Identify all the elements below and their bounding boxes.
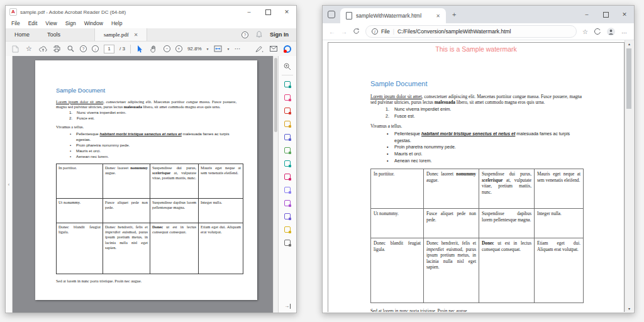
menu-file[interactable]: File bbox=[11, 20, 20, 26]
info-icon[interactable]: i bbox=[372, 28, 378, 35]
save-file-icon[interactable] bbox=[11, 44, 19, 54]
table-cell: Donec hendrerit, felis et imperdiet euis… bbox=[103, 223, 150, 274]
sign-in-button[interactable]: Sign In bbox=[270, 31, 289, 38]
page-down-icon[interactable]: ↓ bbox=[92, 45, 99, 52]
scroll-up-icon[interactable]: ▴ bbox=[625, 42, 633, 46]
adobe-services-icon[interactable] bbox=[284, 45, 291, 53]
bullet-item: •Mauris et orci. bbox=[370, 151, 582, 158]
tab-home[interactable]: Home bbox=[6, 28, 38, 41]
back-icon[interactable]: ← bbox=[329, 28, 335, 35]
table-cell: In porttitor. bbox=[371, 169, 424, 209]
browser-tab[interactable]: sampleWithWatermark.html ✕ bbox=[340, 8, 446, 23]
ordered-list-item: 1.Nunc viverra imperdiet enim. bbox=[56, 110, 236, 116]
sign-pen-icon[interactable] bbox=[255, 44, 264, 54]
help-icon[interactable]: ? bbox=[242, 31, 248, 38]
search-icon[interactable] bbox=[66, 44, 75, 54]
ordered-list-item: 2.Fusce est. bbox=[56, 116, 236, 121]
zoom-caret-icon[interactable]: ▾ bbox=[207, 47, 209, 51]
search-tools-icon[interactable] bbox=[284, 62, 292, 70]
refresh-icon[interactable] bbox=[353, 26, 360, 37]
paragraph: Vivamus a tellus. bbox=[370, 123, 582, 130]
close-button[interactable]: ✕ bbox=[615, 6, 634, 23]
share-upload-icon[interactable] bbox=[38, 44, 47, 54]
edit-pdf-icon[interactable] bbox=[284, 93, 292, 101]
document-heading: Sample Document bbox=[56, 87, 236, 95]
create-pdf-icon[interactable] bbox=[284, 106, 292, 114]
table-cell: Suspendisse dapibus lorem pellentesque m… bbox=[479, 209, 535, 238]
scrollbar-thumb[interactable] bbox=[626, 48, 631, 109]
star-favorite-icon[interactable]: ☆ bbox=[25, 44, 33, 54]
minimize-button[interactable]: – bbox=[577, 6, 596, 23]
url-field[interactable]: i File | C:/Files/Conversion/sampleWithW… bbox=[365, 25, 577, 38]
close-tab-icon[interactable]: ✕ bbox=[134, 32, 138, 38]
menu-window[interactable]: Window bbox=[84, 20, 103, 26]
table-cell: Fusce aliquet pede non pede. bbox=[424, 209, 479, 238]
export-pdf-icon[interactable] bbox=[284, 80, 292, 88]
fit-caret-icon[interactable]: ▾ bbox=[228, 47, 230, 51]
certificates-icon[interactable] bbox=[284, 212, 292, 220]
table-cell: Donec blandit feugiat ligula. bbox=[371, 238, 424, 303]
ordered-list-item: 1.Nunc viverra imperdiet enim. bbox=[370, 106, 582, 113]
zoom-level-select[interactable]: 92.8% bbox=[187, 46, 202, 52]
more-tools-ellipsis-icon[interactable]: ⋯ bbox=[235, 45, 241, 52]
acrobat-toolbar: ☆ ? ↓ 1 / 3 − + 92.8% ▾ ▾ ⋯ bbox=[6, 42, 296, 57]
send-email-icon[interactable] bbox=[269, 44, 278, 54]
adobe-acrobat-icon: A bbox=[9, 8, 17, 16]
table-row: In porttitor. Donec laoreet nonummy augu… bbox=[57, 164, 243, 198]
tab-tools[interactable]: Tools bbox=[38, 28, 69, 41]
pdf-viewport: ‹ Sample Document Lorem ipsum dolor sit … bbox=[6, 56, 296, 313]
scroll-down-icon[interactable]: ▾ bbox=[625, 306, 633, 311]
edge-address-bar: ← → i File | C:/Files/Conversion/sampleW… bbox=[323, 23, 634, 40]
print-icon[interactable] bbox=[52, 44, 61, 54]
menu-help[interactable]: Help bbox=[111, 20, 122, 26]
new-tab-button[interactable]: + bbox=[452, 11, 456, 18]
menu-sign[interactable]: Sign bbox=[65, 20, 76, 26]
collections-icon[interactable] bbox=[594, 28, 601, 35]
maximize-button[interactable] bbox=[258, 6, 277, 18]
navigation-pane-collapse[interactable]: ‹ bbox=[6, 56, 13, 313]
notifications-bell-icon[interactable] bbox=[256, 31, 262, 39]
stamp-icon[interactable] bbox=[284, 199, 292, 207]
bullet-item: •Pellentesque habitant morbi tristique s… bbox=[370, 131, 582, 144]
menu-edit[interactable]: Edit bbox=[28, 20, 38, 26]
table-cell: Suspendisse dui purus, scelerisque at, v… bbox=[150, 164, 199, 198]
settings-menu-icon[interactable]: … bbox=[621, 28, 628, 35]
scheme-label: File bbox=[381, 28, 390, 35]
zoom-out-icon[interactable]: − bbox=[164, 45, 170, 52]
table-cell: Donec ut est in lectus consequat consequ… bbox=[479, 238, 535, 303]
select-tool-icon[interactable] bbox=[136, 44, 145, 54]
favorites-icon[interactable]: ☆ bbox=[582, 28, 588, 35]
document-heading: Sample Document bbox=[370, 79, 582, 89]
hand-tool-icon[interactable] bbox=[150, 44, 158, 54]
more-tools-icon[interactable] bbox=[284, 225, 292, 233]
open-tools-pane-icon[interactable]: → bbox=[284, 304, 291, 309]
forward-icon[interactable]: → bbox=[341, 28, 347, 35]
close-button[interactable]: ✕ bbox=[277, 6, 296, 18]
tab-actions-icon[interactable] bbox=[328, 11, 335, 18]
compress-pdf-icon[interactable] bbox=[284, 159, 292, 167]
table-row: Ut nonummy. Fusce aliquet pede non pede.… bbox=[57, 198, 243, 223]
page-number-input[interactable]: 1 bbox=[104, 45, 114, 53]
customize-icon[interactable] bbox=[284, 238, 292, 247]
comment-icon[interactable] bbox=[284, 119, 292, 128]
organize-pages-icon[interactable] bbox=[284, 146, 292, 154]
profile-avatar[interactable] bbox=[607, 28, 615, 36]
fill-sign-icon[interactable] bbox=[284, 172, 292, 180]
protect-icon[interactable] bbox=[284, 186, 292, 194]
close-tab-icon[interactable]: ✕ bbox=[436, 13, 440, 19]
url-text: C:/Files/Conversion/sampleWithWatermark.… bbox=[397, 28, 511, 35]
bullet-item: •Aenean nec lorem. bbox=[370, 158, 582, 165]
zoom-in-icon[interactable]: + bbox=[175, 45, 182, 52]
scrollbar-thumb[interactable] bbox=[274, 58, 277, 132]
fit-width-icon[interactable] bbox=[214, 44, 223, 54]
minimize-button[interactable]: – bbox=[240, 6, 258, 18]
tab-document[interactable]: sample.pdf ✕ bbox=[94, 28, 147, 41]
document-table: In porttitor. Donec laoreet nonummy augu… bbox=[370, 169, 584, 303]
previous-view-icon[interactable]: ? bbox=[80, 45, 87, 52]
maximize-icon bbox=[603, 12, 609, 18]
browser-scrollbar[interactable]: ▴ ▾ bbox=[625, 40, 633, 312]
combine-files-icon[interactable] bbox=[284, 133, 292, 141]
menu-view[interactable]: View bbox=[45, 20, 57, 26]
maximize-button[interactable] bbox=[596, 6, 615, 23]
edge-window: sampleWithWatermark.html ✕ + – ✕ ← → i F… bbox=[322, 5, 635, 313]
